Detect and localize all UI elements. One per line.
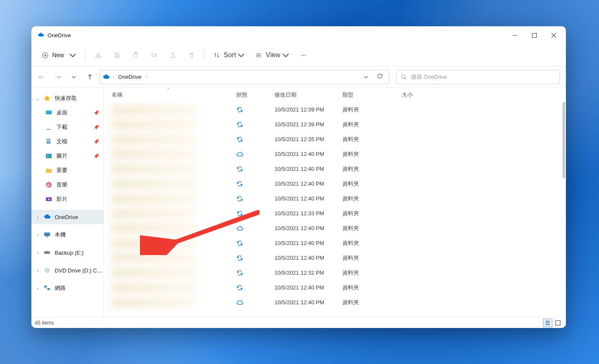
nav-forward-button[interactable]	[51, 70, 64, 84]
breadcrumb-onedrive[interactable]: OneDrive	[116, 74, 143, 80]
cut-button[interactable]	[90, 47, 106, 63]
sort-button[interactable]: Sort	[209, 47, 249, 63]
sidebar-label: 本機	[55, 231, 104, 239]
sidebar-dvd-drive[interactable]: › DVD Drive (D:) CPRA	[31, 263, 104, 278]
table-row[interactable]: 10/5/2021 12:39 PM資料夾	[104, 117, 566, 132]
table-row[interactable]: 10/5/2021 12:35 PM資料夾	[104, 132, 566, 147]
new-label: New	[52, 52, 64, 58]
cell-date: 10/5/2021 12:40 PM	[271, 280, 339, 295]
pin-icon: 📌	[93, 110, 101, 116]
sidebar-pictures[interactable]: 圖片 📌	[31, 149, 104, 163]
new-button[interactable]: New	[37, 47, 81, 63]
sidebar-backup-drive[interactable]: › Backup (E:)	[31, 245, 104, 260]
cell-name	[104, 117, 233, 132]
cell-size	[398, 250, 449, 265]
table-row[interactable]: 10/5/2021 12:33 PM資料夾	[104, 206, 566, 221]
column-label: 名稱	[112, 91, 123, 99]
more-button[interactable]	[295, 47, 312, 63]
star-icon	[43, 94, 51, 102]
dvd-icon	[43, 267, 51, 274]
table-row[interactable]: 10/5/2021 12:40 PM資料夾	[104, 191, 566, 206]
sidebar-label: Backup (E:)	[55, 250, 104, 256]
table-row[interactable]: 10/5/2021 12:40 PM資料夾	[104, 221, 566, 236]
cell-name	[104, 176, 233, 191]
sidebar-downloads[interactable]: 下載 📌	[31, 120, 104, 134]
table-row[interactable]: 10/5/2021 12:40 PM資料夾	[104, 236, 566, 250]
svg-point-28	[47, 270, 48, 271]
view-button[interactable]: View	[251, 47, 293, 63]
sidebar-label: 影片	[56, 195, 104, 203]
table-row[interactable]: 10/5/2021 12:40 PM資料夾	[104, 250, 566, 265]
chevron-down-icon: ⌄	[35, 96, 41, 101]
cell-name	[104, 102, 233, 117]
sidebar-label: 網路	[55, 284, 104, 292]
view-label: View	[266, 51, 280, 59]
scroll-thumb[interactable]	[563, 102, 565, 178]
table-row[interactable]: 10/5/2021 12:40 PM資料夾	[104, 280, 566, 295]
table-row[interactable]: 10/5/2021 12:40 PM資料夾	[104, 295, 566, 310]
column-header-date[interactable]: 修改日期	[271, 88, 339, 102]
sidebar-music[interactable]: 音樂	[31, 178, 104, 192]
cell-size	[398, 102, 449, 117]
cell-status	[233, 295, 271, 310]
chevron-right-icon: ›	[35, 233, 41, 237]
paste-button[interactable]	[127, 47, 144, 63]
column-header-size[interactable]: 大小	[398, 88, 449, 102]
sidebar-quick-access[interactable]: ⌄ 快速存取	[31, 91, 104, 106]
table-row[interactable]: 10/5/2021 12:32 PM資料夾	[104, 265, 566, 280]
table-row[interactable]: 10/5/2021 12:40 PM資料夾	[104, 176, 566, 191]
view-details-button[interactable]	[543, 319, 552, 327]
cell-status	[233, 102, 271, 117]
cell-name	[104, 161, 233, 176]
cell-status	[233, 161, 271, 176]
cell-type: 資料夾	[339, 191, 398, 206]
maximize-button[interactable]	[524, 28, 544, 42]
sidebar-onedrive[interactable]: › OneDrive	[31, 210, 104, 224]
rename-button[interactable]	[146, 47, 162, 63]
window-title: OneDrive	[48, 32, 71, 39]
sidebar-label: 音樂	[56, 181, 104, 189]
cell-type: 資料夾	[339, 280, 398, 295]
table-row[interactable]: 10/5/2021 12:39 PM資料夾	[104, 102, 566, 117]
refresh-button[interactable]	[373, 73, 386, 81]
scrollbar[interactable]	[560, 102, 566, 317]
cell-status	[233, 221, 271, 236]
sidebar-network[interactable]: › 網路	[31, 281, 104, 295]
cell-date: 10/5/2021 12:40 PM	[271, 191, 339, 206]
search-input[interactable]	[411, 74, 555, 80]
copy-button[interactable]	[108, 47, 125, 63]
sidebar-label: 圖片	[56, 152, 91, 160]
table-row[interactable]: 10/5/2021 12:40 PM資料夾	[104, 147, 566, 161]
view-large-button[interactable]	[553, 319, 563, 327]
sidebar-desktop[interactable]: 桌面 📌	[31, 106, 104, 120]
nav-up-button[interactable]	[83, 70, 97, 84]
cell-name	[104, 250, 233, 265]
cell-type: 資料夾	[339, 161, 398, 176]
nav-history-button[interactable]	[67, 70, 81, 84]
chevron-down-icon	[69, 52, 76, 59]
nav-back-button[interactable]	[35, 70, 48, 84]
sidebar-label: 桌面	[56, 109, 91, 117]
column-header-name[interactable]: 名稱⌃	[104, 88, 233, 102]
table-row[interactable]: 10/5/2021 12:40 PM資料夾	[104, 161, 566, 176]
column-header-status[interactable]: 狀態	[233, 88, 271, 102]
sidebar-important[interactable]: 重要	[31, 163, 104, 178]
pin-icon: 📌	[93, 125, 101, 130]
address-dropdown-button[interactable]	[361, 73, 372, 81]
file-list[interactable]: 10/5/2021 12:39 PM資料夾10/5/2021 12:39 PM資…	[104, 102, 566, 317]
cell-size	[398, 132, 449, 147]
address-box[interactable]: › OneDrive ›	[99, 70, 389, 84]
close-button[interactable]	[544, 28, 563, 42]
column-label: 狀態	[236, 91, 247, 99]
minimize-button[interactable]	[505, 28, 524, 42]
share-button[interactable]	[164, 47, 181, 63]
column-header-type[interactable]: 類型	[339, 88, 398, 102]
delete-button[interactable]	[183, 47, 200, 63]
search-box[interactable]	[396, 70, 560, 84]
sidebar-this-pc[interactable]: › 本機	[31, 228, 104, 242]
sidebar-documents[interactable]: 文檔 📌	[31, 134, 104, 149]
statusbar: 45 items	[31, 317, 566, 328]
onedrive-icon	[102, 73, 110, 81]
cell-size	[398, 236, 449, 250]
sidebar-videos[interactable]: 影片	[31, 192, 104, 206]
